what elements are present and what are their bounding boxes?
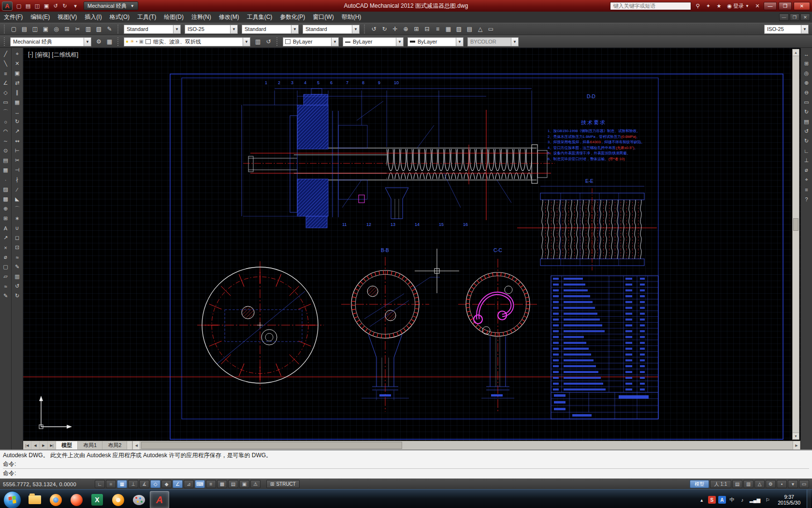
selection-cycling-icon[interactable]: ▣ [239,480,249,488]
id-point-icon[interactable]: ⌖ [801,175,812,184]
open-icon[interactable]: ▤ [24,1,32,10]
sogou-icon[interactable]: S [708,496,716,504]
plot-preview-icon[interactable]: ◎ [51,24,61,34]
menu-item-4[interactable]: 格式(O) [106,12,133,23]
otrack-icon[interactable]: ∠ [173,480,183,488]
lengthen-icon[interactable]: ⊢ [12,146,22,155]
break-icon[interactable]: ∕ [12,185,22,194]
table-style-combo[interactable]: Standard▼ [303,25,360,34]
sign-in-button[interactable]: ◉ 登录 ▼ [725,2,751,10]
offset-icon[interactable]: ∥ [12,88,22,97]
zoom-out-icon[interactable]: ⊖ [801,88,812,97]
infocenter-search-input[interactable] [610,2,691,10]
dynamic-input-icon[interactable]: ⌨ [195,480,205,488]
workspace-switcher[interactable]: Mechanical 经典 ▼ [84,1,138,10]
toolbar-lock-icon[interactable]: ▪ [777,480,787,488]
ucs-icon[interactable]: ∟ [801,146,812,155]
multiline-icon[interactable]: ≡ [0,69,11,78]
orbit-icon[interactable]: ↻ [801,107,812,117]
menu-item-5[interactable]: 工具(T) [133,12,160,23]
array-icon[interactable]: ▦ [12,98,22,107]
layer-lock-icon[interactable]: ▪ [136,39,138,44]
toolbar-grip[interactable] [276,37,278,46]
menu-item-6[interactable]: 绘图(D) [160,12,188,23]
mirror-icon[interactable]: ⇄ [12,78,22,88]
quick-properties-icon[interactable]: ▤ [228,480,238,488]
zoom-in-icon[interactable]: ⊕ [801,78,812,88]
view-control[interactable]: [俯视] [35,51,50,59]
divide-icon[interactable]: × [0,243,11,252]
osnap-3d-icon[interactable]: ◆ [161,480,172,488]
polyline-icon[interactable]: ∠ [0,78,11,88]
osnap-icon[interactable]: ◇ [150,480,160,488]
toolbar-grip[interactable] [364,25,366,33]
designcenter-icon[interactable]: ▦ [443,24,453,34]
workspace-combo[interactable]: Mechanical 经典▼ [10,37,91,46]
point-icon[interactable]: · [0,175,11,184]
regen-icon[interactable]: ↻ [801,136,812,146]
firefox-taskbar-icon[interactable] [46,491,65,508]
command-line-window[interactable]: Autodesk DWG。 此文件上次由 Autodesk 应用程序或 Auto… [0,449,812,478]
visual-style-control[interactable]: [二维线框] [52,51,78,59]
menu-item-9[interactable]: 工具集(C) [243,12,276,23]
taskbar-clock[interactable]: 9:37 2015/5/30 [774,494,804,506]
menu-item-2[interactable]: 视图(V) [54,12,81,23]
plot-icon[interactable]: ▣ [41,24,51,34]
break-at-point-icon[interactable]: ∤ [12,175,22,184]
lineweight-display-icon[interactable]: ≡ [206,480,216,488]
plotstyle-combo[interactable]: BYCOLOR▼ [467,37,519,46]
menu-item-1[interactable]: 编辑(E) [27,12,54,23]
search-icon[interactable]: ⚲ [693,2,702,10]
layer-properties-icon[interactable]: ▦ [104,37,115,46]
windows-explorer-taskbar-icon[interactable] [25,491,44,508]
app-status-menu-icon[interactable]: ▾ [788,480,798,488]
ellipse-icon[interactable]: ⊙ [0,146,11,155]
mtext-icon[interactable]: A [0,224,11,233]
copy-clip-icon[interactable]: ▥ [83,24,93,34]
construction-line-icon[interactable]: ╲ [0,59,11,68]
vertical-scrollbar[interactable]: ▲ ▼ [792,49,799,440]
zoom-dynamic-icon[interactable]: ◎ [801,69,812,78]
autocad-taskbar-icon[interactable] [150,491,169,508]
restore-button[interactable]: ❐ [779,2,792,10]
scroll-left-icon[interactable]: ◀ [132,441,140,449]
workspace-switching-icon[interactable]: ⚙ [766,480,776,488]
fillet-icon[interactable]: ⌒ [12,204,22,213]
ime-chinese-icon[interactable]: 中 [728,496,736,504]
save-icon[interactable]: ◫ [30,24,40,34]
zoom-window-icon[interactable]: ⊞ [411,24,421,34]
exchange-apps-icon[interactable]: ✕ [753,2,762,10]
open-icon[interactable]: ▤ [19,24,29,34]
wipeout-icon[interactable]: ▱ [0,272,11,281]
menu-item-8[interactable]: 修改(M) [215,12,243,23]
pedit-icon[interactable]: ✎ [12,262,22,271]
list-icon[interactable]: ≡ [801,185,812,194]
hatch-icon[interactable]: ▨ [0,185,11,194]
layer-sun-icon[interactable]: ☀ [130,39,134,44]
coordinates-readout[interactable]: 5556.7772, 533.1324, 0.0000 [3,481,94,487]
pan-icon[interactable]: ✛ [390,24,400,34]
undo-modify-icon[interactable]: ↺ [12,282,22,291]
toolbar-grip[interactable] [117,25,119,33]
annotation-autoscale-icon[interactable]: △ [754,480,765,488]
dim-style-combo[interactable]: ISO-25▼ [185,25,238,34]
named-views-icon[interactable]: ▤ [801,117,812,126]
ortho-icon[interactable]: ⊥ [128,480,138,488]
browser-ball-taskbar-icon[interactable] [67,491,86,508]
workspace-settings-icon[interactable]: ⚙ [94,37,104,46]
excel-taskbar-icon[interactable] [87,491,107,508]
revision-cloud-icon[interactable]: ◠ [0,127,11,136]
publish-icon[interactable]: ⊞ [62,24,72,34]
doc-restore-icon[interactable]: ❐ [790,14,799,21]
volume-icon[interactable]: ♪ [739,496,746,504]
insert-block-icon[interactable]: ▤ [0,156,11,165]
a360-icon[interactable]: A [718,496,726,504]
close-button[interactable]: ✕ [794,2,810,10]
menu-item-3[interactable]: 插入(I) [81,12,105,23]
properties-icon[interactable]: ≡ [433,24,443,34]
tab-nav-icon[interactable]: ◀ [31,441,40,449]
am-dimstyle-combo[interactable]: ISO-25▼ [764,25,809,34]
spline-icon[interactable]: ～ [0,136,11,146]
undo-icon[interactable]: ↺ [369,24,379,34]
linetype-combo[interactable]: ByLayer▼ [343,37,404,46]
